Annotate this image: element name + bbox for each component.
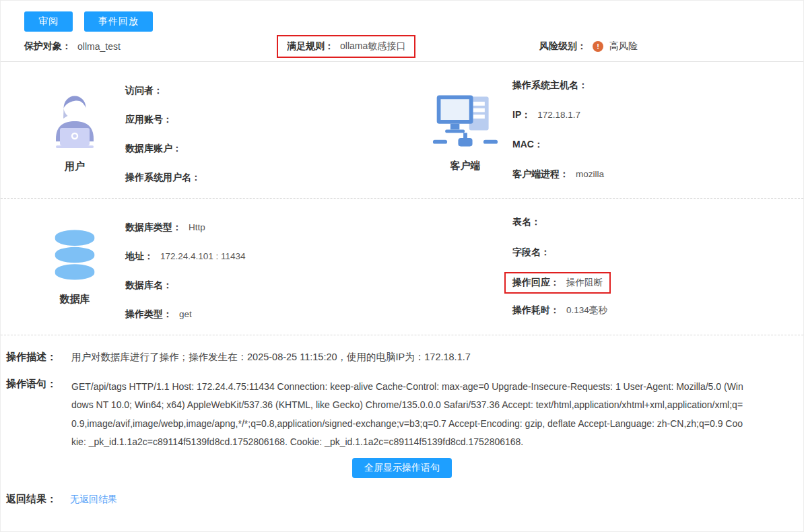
field-label: 客户端进程： xyxy=(512,168,569,180)
user-icon-block: 用户 xyxy=(24,62,125,198)
field-db-type: 数据库类型： Http xyxy=(125,222,418,234)
spacer xyxy=(418,199,512,335)
fullscreen-statement-button[interactable]: 全屏显示操作语句 xyxy=(352,458,452,478)
user-section-title: 用户 xyxy=(65,160,85,173)
field-label: 应用账号： xyxy=(125,114,172,126)
field-table-name: 表名： xyxy=(512,216,803,230)
field-label: 数据库账户： xyxy=(125,143,182,155)
matched-rule-label: 满足规则： xyxy=(287,40,334,53)
risk-level-group: 风险级别： ! 高风险 xyxy=(539,40,638,53)
database-section: 数据库 数据库类型： Http 地址： 172.24.4.101 : 11434… xyxy=(1,199,803,335)
database-fields: 数据库类型： Http 地址： 172.24.4.101 : 11434 数据库… xyxy=(125,199,418,335)
field-op-duration: 操作耗时： 0.134毫秒 xyxy=(512,304,803,318)
alert-circle-icon: ! xyxy=(593,41,603,52)
return-result-row: 返回结果： 无返回结果 xyxy=(1,478,803,506)
field-db-name: 数据库名： xyxy=(125,279,418,292)
review-button[interactable]: 审阅 xyxy=(24,11,73,32)
field-op-response: 操作回应： 操作阻断 xyxy=(512,272,803,294)
field-op-type: 操作类型： get xyxy=(125,308,418,321)
protect-object-value: ollma_test xyxy=(77,41,121,52)
database-icon-block: 数据库 xyxy=(24,199,125,335)
protect-object-label: 保护对象： xyxy=(24,40,71,53)
field-value: 172.18.1.7 xyxy=(537,110,580,120)
operation-statement-value: GET/api/tags HTTP/1.1 Host: 172.24.4.75:… xyxy=(71,378,744,451)
field-value: 0.134毫秒 xyxy=(566,304,607,317)
protect-object-group: 保护对象： ollma_test xyxy=(24,40,121,53)
field-label: 操作回应： xyxy=(512,277,560,289)
database-section-title: 数据库 xyxy=(60,293,90,306)
field-label: 操作耗时： xyxy=(512,304,560,317)
operation-description-row: 操作描述： 用户对数据库进行了操作；操作发生在：2025-08-25 11:15… xyxy=(1,335,803,364)
operation-description-value: 用户对数据库进行了操作；操作发生在：2025-08-25 11:15:20，使用… xyxy=(71,351,471,364)
user-client-section: 用户 访问者： 应用账号： 数据库账户： 操作系统用户名： xyxy=(1,62,803,198)
user-fields: 访问者： 应用账号： 数据库账户： 操作系统用户名： xyxy=(125,62,418,198)
event-replay-button[interactable]: 事件回放 xyxy=(84,11,153,32)
client-fields: 操作系统主机名： IP： 172.18.1.7 MAC： 客户端进程： mozi… xyxy=(512,62,803,198)
field-label: 表名： xyxy=(512,216,541,228)
result-fields: 表名： 字段名： 操作回应： 操作阻断 操作耗时： 0.134毫秒 xyxy=(512,199,803,335)
risk-level-label: 风险级别： xyxy=(539,40,587,53)
field-value: 172.24.4.101 : 11434 xyxy=(160,251,246,261)
field-label: 操作类型： xyxy=(125,308,172,321)
summary-row: 保护对象： ollma_test 满足规则： ollama敏感接口 风险级别： … xyxy=(1,32,803,61)
field-label: 操作系统主机名： xyxy=(512,79,588,92)
field-column-name: 字段名： xyxy=(512,246,803,260)
field-label: 地址： xyxy=(125,251,154,263)
toolbar: 审阅 事件回放 xyxy=(1,1,803,32)
field-os-username: 操作系统用户名： xyxy=(125,172,418,184)
field-label: 数据库类型： xyxy=(125,222,182,234)
client-icon-block: 客户端 xyxy=(418,62,512,198)
operation-statement-row: 操作语句： GET/api/tags HTTP/1.1 Host: 172.24… xyxy=(1,364,803,451)
return-result-label: 返回结果： xyxy=(6,493,63,506)
matched-rule-highlight-box: 满足规则： ollama敏感接口 xyxy=(277,35,415,58)
op-response-highlight-box: 操作回应： 操作阻断 xyxy=(504,272,611,294)
field-client-process: 客户端进程： mozilla xyxy=(512,168,803,181)
field-label: 字段名： xyxy=(512,246,550,259)
client-section-title: 客户端 xyxy=(450,160,481,172)
field-ip: IP： 172.18.1.7 xyxy=(512,109,803,122)
field-os-hostname: 操作系统主机名： xyxy=(512,79,803,92)
operation-statement-label: 操作语句： xyxy=(6,378,63,451)
field-label: 数据库名： xyxy=(125,279,172,292)
field-mac: MAC： xyxy=(512,139,803,152)
matched-rule-value: ollama敏感接口 xyxy=(340,40,405,53)
field-value: mozilla xyxy=(576,169,604,179)
user-laptop-icon xyxy=(42,88,107,155)
risk-level-value: 高风险 xyxy=(609,40,638,53)
field-label: IP： xyxy=(512,109,531,121)
computer-network-icon xyxy=(432,88,499,154)
field-label: 访问者： xyxy=(125,85,163,97)
field-label: MAC： xyxy=(512,139,543,151)
field-value: 操作阻断 xyxy=(566,277,603,289)
field-visitor: 访问者： xyxy=(125,85,418,97)
field-db-address: 地址： 172.24.4.101 : 11434 xyxy=(125,251,418,263)
operation-description-label: 操作描述： xyxy=(6,351,63,364)
field-value: Http xyxy=(189,222,205,232)
no-return-result-link[interactable]: 无返回结果 xyxy=(70,494,117,506)
event-detail-panel: 审阅 事件回放 保护对象： ollma_test 满足规则： ollama敏感接… xyxy=(0,0,804,532)
fullscreen-row: 全屏显示操作语句 xyxy=(1,451,803,478)
field-value: get xyxy=(179,309,192,319)
database-cylinder-icon xyxy=(48,228,101,288)
field-app-account: 应用账号： xyxy=(125,114,418,126)
field-label: 操作系统用户名： xyxy=(125,172,201,184)
field-db-account: 数据库账户： xyxy=(125,143,418,155)
